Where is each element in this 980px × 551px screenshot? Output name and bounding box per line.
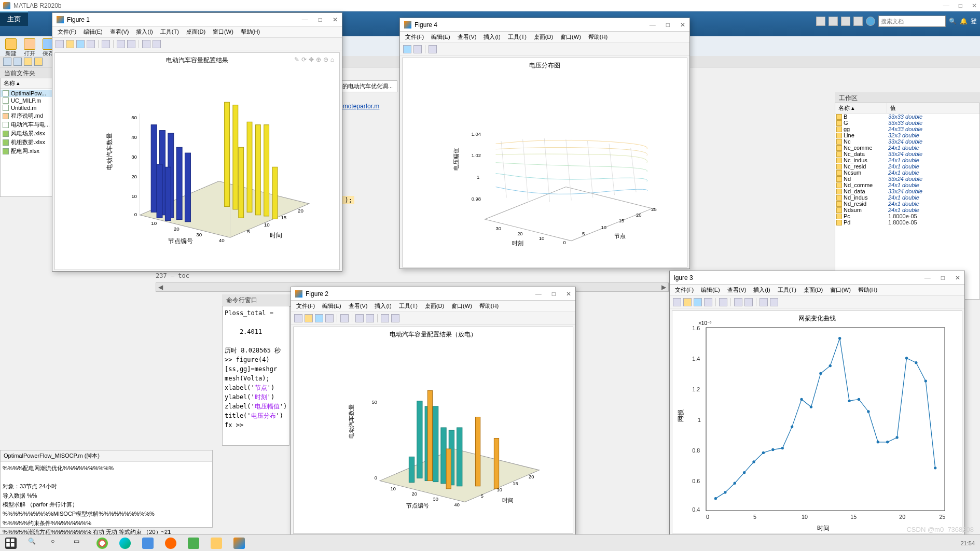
save-fig-icon[interactable] [694,298,702,306]
print-icon[interactable] [704,298,712,306]
menu-item[interactable]: 查看(V) [349,302,368,310]
menu-item[interactable]: 插入(I) [375,302,391,310]
editor-file-link[interactable]: remoteparfor.m [337,103,379,110]
ws-var-row[interactable]: Nd33x24 double [835,176,979,182]
menu-item[interactable]: 帮助(H) [588,33,608,41]
open-button[interactable]: 打开 [22,37,37,59]
ws-var-row[interactable]: Nc33x24 double [835,138,979,145]
minimize-button[interactable]: — [943,2,949,9]
ws-var-row[interactable]: Nc_comme24x1 double [835,145,979,151]
save-fig-icon[interactable] [403,45,411,53]
fig3-min[interactable]: — [924,274,931,281]
taskview-icon[interactable]: ▭ [74,538,85,549]
brush-icon[interactable]: ✎ [294,56,299,63]
app4-icon[interactable] [165,538,176,549]
menu-item[interactable]: 工具(T) [399,302,418,310]
figure-3-window[interactable]: igure 3 —□✕ 文件(F)编辑(E)查看(V)插入(I)工具(T)桌面(… [669,271,965,535]
fig1-close[interactable]: ✕ [333,16,338,23]
menu-item[interactable]: 桌面(D) [534,33,553,41]
print-icon[interactable] [87,40,95,48]
menu-item[interactable]: 文件(F) [675,286,694,294]
ws-var-row[interactable]: Ndsum24x1 double [835,207,979,213]
edit-plot-icon[interactable] [153,40,161,48]
menu-item[interactable]: 帮助(H) [479,302,499,310]
fig1-titlebar[interactable]: Figure 1 —□✕ [52,13,342,26]
menu-item[interactable]: 编辑(E) [431,33,450,41]
edit-plot-icon[interactable] [391,314,399,322]
chrome-icon[interactable] [96,538,108,549]
pointer-icon[interactable] [760,298,768,306]
fig4-max[interactable]: □ [666,21,670,29]
fig1-axes[interactable]: 电动汽车容量配置结果 ✎ ⟳ ✥ ⊕ ⊖ ⌂ 电动汽车数量 节点编号 时间 [54,52,340,270]
edge-icon[interactable] [119,538,131,549]
colorbar-icon[interactable] [127,40,135,48]
fig2-max[interactable]: □ [552,290,556,298]
paste-icon[interactable] [853,17,863,26]
login-label[interactable]: 登 [971,17,977,26]
close-button[interactable]: ✕ [972,2,977,9]
fig4-min[interactable]: — [650,21,656,29]
menu-item[interactable]: 编辑(E) [322,302,341,310]
menu-item[interactable]: 桌面(D) [186,28,205,36]
fig3-titlebar[interactable]: igure 3 —□✕ [670,271,964,285]
app3-icon[interactable] [142,538,154,549]
save-fig-icon[interactable] [76,40,85,48]
menu-item[interactable]: 窗口(W) [560,33,581,41]
menu-item[interactable]: 帮助(H) [858,286,877,294]
menu-item[interactable]: 窗口(W) [830,286,851,294]
fig3-close[interactable]: ✕ [955,274,960,281]
forward-icon[interactable] [13,58,22,66]
scroll-right-icon[interactable]: ▶ [661,284,666,291]
colorbar-icon[interactable] [744,298,753,306]
fig1-min[interactable]: — [302,16,308,23]
fig2-min[interactable]: — [535,290,542,298]
cut-icon[interactable] [829,17,838,26]
zoom-out-icon[interactable]: ⊖ [323,56,328,63]
menu-item[interactable]: 工具(T) [778,286,796,294]
print-icon[interactable] [325,314,334,322]
open-icon[interactable] [683,298,692,306]
fig3-axes[interactable]: 网损变化曲线 ×10⁻³ 1.61.41.210.80.60.4 0510152… [672,310,962,533]
edit-plot-icon[interactable] [770,298,778,306]
help-icon[interactable] [866,17,875,26]
menu-item[interactable]: 查看(V) [458,33,477,41]
link-icon[interactable] [102,40,110,48]
new-fig-icon[interactable] [56,40,64,48]
ws-var-row[interactable]: Nc_data33x24 double [835,151,979,157]
ws-col-name[interactable]: 名称 ▴ [835,103,887,113]
ws-var-row[interactable]: Nd_data33x24 double [835,188,979,194]
maximize-button[interactable]: □ [959,2,962,9]
save-fig-icon[interactable] [315,314,323,322]
app5-icon[interactable] [188,538,199,549]
menu-item[interactable]: 工具(T) [160,28,179,36]
ws-var-row[interactable]: Nc_indus24x1 double [835,157,979,163]
menu-item[interactable]: 查看(V) [727,286,747,294]
menu-item[interactable]: 窗口(W) [451,302,472,310]
new-button[interactable]: 新建 [3,37,19,59]
cortana-icon[interactable]: ○ [51,538,62,549]
menu-item[interactable]: 编辑(E) [701,286,720,294]
dock-icon[interactable] [734,298,742,306]
ws-var-row[interactable]: Pd1.8000e-05 [835,219,979,225]
menu-item[interactable]: 查看(V) [110,28,129,36]
fig4-axes[interactable]: 电压分布图 电压幅值 时刻 节点 1.041.0210.98 3020100 [402,58,687,267]
ws-var-row[interactable]: B33x33 double [835,114,979,120]
fig4-close[interactable]: ✕ [680,21,685,29]
pan-icon[interactable]: ✥ [309,56,314,63]
figure-4-window[interactable]: Figure 4 —□✕ 文件(F)编辑(E)查看(V)插入(I)工具(T)桌面… [399,18,690,269]
back-icon[interactable] [3,58,11,66]
menu-item[interactable]: 文件(F) [58,28,76,36]
open-icon[interactable] [66,40,74,48]
ws-var-row[interactable]: Nc_resid24x1 double [835,163,979,169]
dock-icon[interactable] [117,40,125,48]
menu-item[interactable]: 编辑(E) [84,28,103,36]
fig1-max[interactable]: □ [319,16,322,23]
up-folder-icon[interactable] [24,58,32,66]
search-icon[interactable]: 🔍 [949,18,957,25]
rotate-icon[interactable]: ⟳ [301,56,307,63]
zoom-in-icon[interactable]: ⊕ [316,56,321,63]
start-icon[interactable] [5,538,17,549]
matlab-taskbar-icon[interactable] [233,538,245,549]
save-layout-icon[interactable] [816,17,825,26]
figure-2-window[interactable]: Figure 2 —□✕ 文件(F)编辑(E)查看(V)插入(I)工具(T)桌面… [291,287,576,535]
